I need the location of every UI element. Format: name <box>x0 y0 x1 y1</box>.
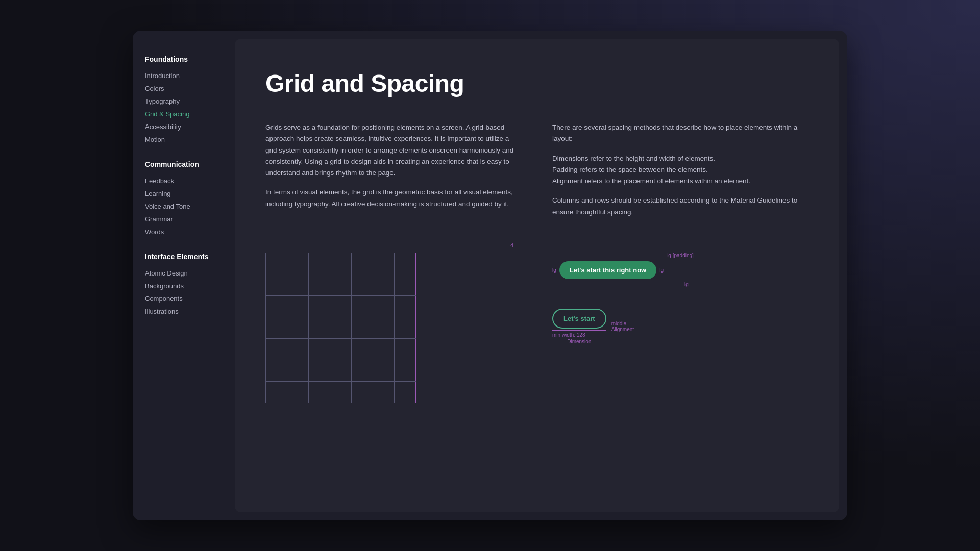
left-column: Grids serve as a foundation for position… <box>265 122 522 218</box>
grid-marker-top: 4 <box>510 242 513 248</box>
page-title: Grid and Spacing <box>265 69 808 97</box>
grid-cell <box>330 274 352 295</box>
sidebar-item-atomic-design[interactable]: Atomic Design <box>145 267 223 280</box>
sidebar-item-grid-&-spacing[interactable]: Grid & Spacing <box>145 108 223 120</box>
grid-cell <box>352 381 373 403</box>
grid-cell <box>395 295 416 317</box>
grid-cell <box>330 295 352 317</box>
sidebar: FoundationsIntroductionColorsTypographyG… <box>133 31 235 520</box>
lg-padding-label: lg [padding] <box>552 253 808 258</box>
grid-cell <box>266 360 287 381</box>
sidebar-item-introduction[interactable]: Introduction <box>145 69 223 82</box>
dimension-label: Dimension <box>567 339 591 344</box>
middle-label: middle <box>611 321 634 327</box>
grid-cell <box>330 360 352 381</box>
main-content: Grid and Spacing Grids serve as a founda… <box>235 39 839 512</box>
lg-left-label: lg <box>552 267 556 273</box>
button-demo-area: lg [padding] lg Let's start this right n… <box>552 242 808 344</box>
lg-bottom-label: lg <box>684 282 689 287</box>
grid-cell <box>309 317 330 338</box>
btn-start-wrapper: Let's start min width: 128 Dimension <box>552 309 606 344</box>
right-para-3: Columns and rows should be established a… <box>552 195 808 218</box>
grid-cell <box>352 317 373 338</box>
sidebar-item-accessibility[interactable]: Accessibility <box>145 120 223 133</box>
grid-cell <box>287 274 309 295</box>
grid-cell <box>373 253 395 274</box>
grid-cell <box>266 253 287 274</box>
sidebar-item-motion[interactable]: Motion <box>145 133 223 146</box>
grid-cell <box>373 360 395 381</box>
grid-cell <box>266 317 287 338</box>
left-para-1: Grids serve as a foundation for position… <box>265 122 522 179</box>
grid-cell <box>309 274 330 295</box>
grid-cell <box>330 338 352 360</box>
grid-cell <box>309 360 330 381</box>
grid-cell <box>309 338 330 360</box>
right-column: There are several spacing methods that d… <box>552 122 808 218</box>
grid-cell <box>266 381 287 403</box>
sidebar-item-colors[interactable]: Colors <box>145 82 223 95</box>
sidebar-item-components[interactable]: Components <box>145 292 223 305</box>
grid-cell <box>352 338 373 360</box>
right-para-2: Dimensions refer to the height and width… <box>552 153 808 187</box>
left-para-2: In terms of visual elements, the grid is… <box>265 187 522 210</box>
grid-cell <box>395 381 416 403</box>
grid-cell <box>287 360 309 381</box>
grid-cell <box>309 253 330 274</box>
grid-cell <box>287 253 309 274</box>
grid-cell <box>287 317 309 338</box>
sidebar-item-illustrations[interactable]: Illustrations <box>145 305 223 318</box>
grid-cell <box>330 253 352 274</box>
grid-cell <box>309 381 330 403</box>
right-para-1: There are several spacing methods that d… <box>552 122 808 145</box>
grid-cell <box>287 295 309 317</box>
grid-cell <box>395 360 416 381</box>
grid-cell <box>266 295 287 317</box>
grid-cell <box>373 317 395 338</box>
grid-cell <box>395 317 416 338</box>
grid-diagram: 4 <box>265 242 522 403</box>
grid-cell <box>395 338 416 360</box>
grid-cell <box>266 338 287 360</box>
content-columns: Grids serve as a foundation for position… <box>265 122 808 218</box>
sidebar-item-feedback[interactable]: Feedback <box>145 174 223 187</box>
sidebar-section-title-2: Interface Elements <box>145 253 223 261</box>
app-container: FoundationsIntroductionColorsTypographyG… <box>133 31 847 520</box>
grid-cell <box>330 381 352 403</box>
grid-cell <box>287 338 309 360</box>
sidebar-section-title-1: Communication <box>145 160 223 168</box>
sidebar-item-backgrounds[interactable]: Backgrounds <box>145 280 223 292</box>
sidebar-item-words[interactable]: Words <box>145 226 223 238</box>
btn-start[interactable]: Let's start <box>552 309 606 329</box>
grid-cell <box>266 274 287 295</box>
grid-cell <box>352 295 373 317</box>
grid-cell <box>373 274 395 295</box>
btn-start-right-now[interactable]: Let's start this right now <box>559 261 656 279</box>
sidebar-item-grammar[interactable]: Grammar <box>145 213 223 226</box>
grid-cell <box>309 295 330 317</box>
alignment-label: Alignment <box>611 327 634 332</box>
grid-table <box>265 253 416 403</box>
grid-cell <box>352 360 373 381</box>
grid-cell <box>373 338 395 360</box>
sidebar-item-typography[interactable]: Typography <box>145 95 223 108</box>
grid-cell <box>373 381 395 403</box>
grid-cell <box>330 317 352 338</box>
grid-cell <box>352 253 373 274</box>
min-width-label: min width: 128 <box>552 332 585 338</box>
sidebar-section-title-0: Foundations <box>145 55 223 63</box>
sidebar-item-voice-and-tone[interactable]: Voice and Tone <box>145 200 223 213</box>
visual-area: 4 lg [padding] lg Let's start this right… <box>265 242 808 403</box>
grid-cell <box>287 381 309 403</box>
grid-cell <box>395 274 416 295</box>
grid-cell <box>352 274 373 295</box>
lg-right-label: lg <box>659 267 664 273</box>
grid-cell <box>395 253 416 274</box>
sidebar-item-learning[interactable]: Learning <box>145 187 223 200</box>
grid-cell <box>373 295 395 317</box>
